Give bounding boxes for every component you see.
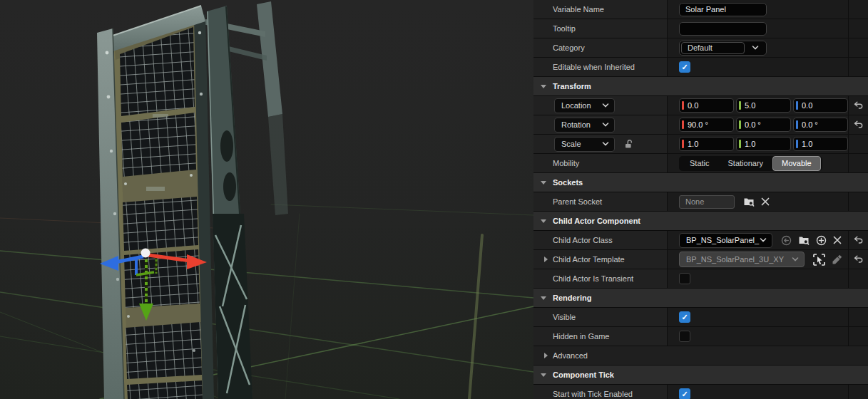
start-with-tick-enabled-label: Start with Tick Enabled — [553, 390, 633, 398]
chevron-down-icon — [602, 123, 614, 127]
section-collapse-icon — [541, 85, 546, 88]
expander-icon[interactable] — [544, 256, 548, 262]
transform-header: Transform — [553, 82, 591, 90]
section-rendering[interactable]: Rendering — [533, 289, 868, 308]
category-label: Category — [553, 43, 585, 52]
row-child-actor-is-transient: Child Actor Is Transient — [533, 269, 868, 289]
child-actor-class-label: Child Actor Class — [553, 236, 613, 244]
hidden-in-game-checkbox[interactable] — [679, 331, 690, 342]
section-collapse-icon — [541, 181, 546, 185]
visible-checkbox[interactable] — [679, 311, 690, 323]
start-with-tick-enabled-checkbox[interactable] — [679, 388, 690, 399]
level-viewport[interactable] — [0, 0, 533, 399]
browse-socket-icon[interactable] — [743, 197, 755, 207]
category-dropdown[interactable]: Default — [679, 41, 767, 56]
row-variable-name: Variable Name — [533, 0, 868, 19]
scale-y-field[interactable]: 1.0 — [736, 137, 791, 151]
row-parent-socket: Parent Socket — [533, 192, 868, 212]
expander-icon — [544, 353, 548, 358]
row-location: Location 0.0 5.0 0.0 — [533, 96, 868, 115]
row-child-actor-class: Child Actor Class BP_NS_SolarPanel_ — [533, 231, 868, 250]
mobility-label: Mobility — [553, 159, 579, 167]
cubesat-model — [97, 1, 288, 399]
mobility-segmented-control: Static Stationary Movable — [679, 156, 822, 171]
eyedropper-icon[interactable] — [832, 254, 842, 265]
browse-to-asset-icon[interactable] — [798, 235, 810, 245]
row-advanced[interactable]: Advanced — [533, 346, 868, 366]
scale-type-dropdown[interactable]: Scale — [554, 137, 615, 152]
section-transform[interactable]: Transform — [533, 77, 868, 96]
rendering-header: Rendering — [553, 294, 591, 302]
child-actor-component-header: Child Actor Component — [553, 217, 640, 225]
child-actor-class-dropdown[interactable]: BP_NS_SolarPanel_ — [679, 233, 772, 248]
chevron-down-icon — [602, 103, 614, 108]
add-new-asset-icon[interactable] — [816, 235, 827, 246]
select-object-icon[interactable] — [813, 254, 825, 266]
row-visible: Visible — [533, 308, 868, 327]
child-actor-is-transient-checkbox[interactable] — [679, 273, 690, 284]
section-collapse-icon — [541, 373, 546, 377]
viewport-scene — [0, 0, 533, 399]
location-type-dropdown[interactable]: Location — [554, 98, 615, 113]
scale-z-field[interactable]: 1.0 — [793, 137, 848, 151]
row-category: Category Default — [533, 38, 868, 58]
rotation-type-dropdown[interactable]: Rotation — [554, 118, 615, 133]
hidden-in-game-label: Hidden in Game — [553, 332, 610, 341]
reset-to-default-icon[interactable] — [853, 236, 864, 245]
child-actor-is-transient-label: Child Actor Is Transient — [553, 274, 633, 283]
location-z-field[interactable]: 0.0 — [793, 98, 848, 113]
variable-name-input[interactable] — [679, 3, 767, 16]
mobility-option-movable[interactable]: Movable — [772, 156, 821, 171]
row-mobility: Mobility Static Stationary Movable — [533, 154, 868, 173]
editable-when-inherited-checkbox[interactable] — [679, 61, 690, 73]
component-tick-header: Component Tick — [553, 370, 614, 379]
parent-socket-label: Parent Socket — [553, 197, 602, 206]
row-tooltip: Tooltip — [533, 19, 868, 38]
row-scale: Scale 1.0 1.0 1.0 — [533, 135, 868, 154]
chevron-down-icon — [760, 238, 772, 242]
mobility-option-stationary[interactable]: Stationary — [719, 157, 773, 170]
row-editable-when-inherited: Editable when Inherited — [533, 58, 868, 77]
child-actor-template-dropdown[interactable]: BP_NS_SolarPanel_3U_XY — [679, 252, 805, 267]
unlocked-icon[interactable] — [624, 139, 633, 149]
rotation-y-field[interactable]: 0.0 ° — [736, 118, 791, 132]
chevron-down-icon — [792, 257, 804, 261]
variable-name-label: Variable Name — [553, 5, 604, 14]
sockets-header: Sockets — [553, 178, 583, 187]
clear-socket-icon[interactable] — [761, 197, 770, 206]
chevron-down-icon — [602, 142, 614, 146]
mobility-option-static[interactable]: Static — [680, 157, 719, 170]
visible-label: Visible — [553, 313, 576, 321]
section-collapse-icon — [541, 219, 546, 223]
clear-class-icon[interactable] — [833, 236, 842, 244]
row-start-with-tick-enabled: Start with Tick Enabled — [533, 385, 868, 399]
gizmo-center-handle[interactable] — [141, 249, 150, 258]
reset-to-default-icon[interactable] — [853, 101, 864, 110]
section-collapse-icon — [541, 296, 546, 300]
location-x-field[interactable]: 0.0 — [679, 98, 734, 113]
row-child-actor-template: Child Actor Template BP_NS_SolarPanel_3U… — [533, 250, 868, 269]
tooltip-label: Tooltip — [553, 24, 576, 33]
location-y-field[interactable]: 5.0 — [736, 98, 791, 113]
section-child-actor-component[interactable]: Child Actor Component — [533, 212, 868, 231]
details-panel: Variable Name Tooltip Category Default E… — [533, 0, 868, 399]
row-hidden-in-game: Hidden in Game — [533, 327, 868, 346]
rotation-x-field[interactable]: 90.0 ° — [679, 118, 734, 132]
tooltip-input[interactable] — [679, 22, 767, 36]
chevron-down-icon — [745, 46, 766, 50]
rotation-z-field[interactable]: 0.0 ° — [793, 118, 848, 132]
floor-grid — [0, 204, 533, 399]
parent-socket-input[interactable] — [679, 195, 735, 209]
use-selected-asset-icon[interactable] — [781, 235, 792, 246]
reset-to-default-icon[interactable] — [853, 120, 864, 130]
reset-to-default-icon[interactable] — [853, 255, 864, 264]
scale-x-field[interactable]: 1.0 — [679, 137, 734, 151]
row-rotation: Rotation 90.0 ° 0.0 ° 0.0 ° — [533, 115, 868, 135]
section-component-tick[interactable]: Component Tick — [533, 366, 868, 385]
section-sockets[interactable]: Sockets — [533, 173, 868, 192]
category-value[interactable]: Default — [681, 42, 745, 54]
child-actor-template-label: Child Actor Template — [553, 255, 625, 264]
editable-when-inherited-label: Editable when Inherited — [553, 63, 635, 71]
advanced-label: Advanced — [553, 351, 588, 360]
